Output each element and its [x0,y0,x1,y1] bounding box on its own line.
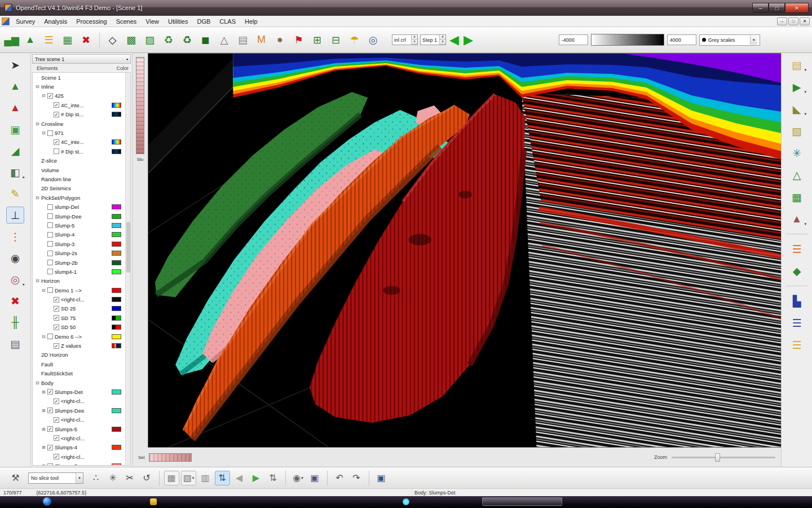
maximize-button[interactable]: □ [769,3,785,13]
expander-icon[interactable]: ⊟ [42,334,47,339]
view-north-icon[interactable]: ✳ [788,144,806,161]
wells-manager-icon[interactable]: ● [272,32,289,49]
home-position-icon[interactable]: ▦ [788,189,806,205]
menu-item-view[interactable]: View [141,17,164,26]
crossline-display-icon[interactable]: ▲ [6,99,24,116]
checkbox[interactable]: ✓ [54,454,59,459]
cut-selection-icon[interactable]: ✂ [122,471,138,485]
tree-item[interactable]: ✓# Dip st... [33,110,130,119]
taskbar-window-button[interactable] [482,497,562,506]
color-column-icon[interactable]: ⋮ [6,228,24,245]
add-inline-icon[interactable]: ▩ [123,32,140,49]
tree-item[interactable]: ✓SD 75 [33,313,130,322]
color-swatch[interactable] [112,242,121,247]
tree-item[interactable]: ✓4C_inte... [33,138,130,147]
redisplay-icon[interactable]: ♻ [160,32,177,49]
color-swatch[interactable] [112,445,121,450]
tree-item[interactable]: Slump-5 [33,221,130,230]
color-swatch[interactable] [112,306,121,311]
checkbox[interactable]: ✓ [54,102,59,108]
tree-item[interactable]: Z-slice [33,156,130,165]
checkbox[interactable]: ✓ [47,426,53,432]
start-button[interactable] [43,497,51,506]
tree-item[interactable]: Slump-4 [33,230,130,239]
previous-slice-icon[interactable]: ◀ [449,34,459,46]
next-slice-icon[interactable]: ▶ [464,34,473,46]
tree-item[interactable]: ⊟Demo 6 --> [33,332,130,341]
color-swatch[interactable] [112,214,121,219]
tree-item[interactable]: ⊟PickSet/Polygon [33,193,130,202]
menu-item-utilities[interactable]: Utilities [164,17,192,26]
checkbox[interactable] [47,222,53,228]
tree-item[interactable]: 2D Horizon [33,351,130,360]
position-combobox[interactable]: inl crl ▲▼ [392,34,418,45]
checkbox[interactable]: ✓ [47,445,53,450]
color-swatch[interactable] [112,103,121,108]
seed-pick-icon[interactable]: ∴ [89,471,104,485]
tree-item[interactable]: ✓SD 50 [33,323,130,332]
tree-item[interactable]: FaultStickSet [33,369,130,378]
color-swatch[interactable] [112,343,121,348]
tree-item[interactable]: Scene 1 [33,73,130,82]
expander-icon[interactable]: ⊞ [42,408,47,413]
mdi-close-button[interactable]: ✕ [800,17,810,25]
pointer-tool-icon[interactable]: ➤ [6,56,24,73]
tree-item[interactable]: ⊟Horizon [33,277,130,286]
tree-item[interactable]: ⊞✓Slumps-Dee [33,406,130,415]
expander-icon[interactable]: ⊟ [36,380,41,386]
tree-item[interactable]: slump-Det [33,202,130,211]
expander-icon[interactable]: ⊞ [42,389,47,395]
color-swatch[interactable] [112,204,121,209]
color-swatch[interactable] [112,408,121,413]
menu-item-clas[interactable]: CLAS [215,17,240,26]
taskbar-icon-yellow[interactable] [150,498,157,505]
checkbox[interactable] [47,251,53,256]
minimize-button[interactable]: – [752,3,769,13]
polygon-edit-icon[interactable]: ◉▾ [290,471,306,485]
checkbox[interactable] [47,130,53,136]
checkbox[interactable]: ✓ [54,139,59,145]
stripes-blue-icon[interactable]: ☰ [788,314,806,331]
tree-item[interactable]: ✓Z values [33,341,130,350]
tree-item[interactable]: Fault [33,360,130,369]
tree-item[interactable]: ⊟971 [33,128,130,137]
color-swatch[interactable] [112,251,121,256]
color-swatch[interactable] [112,427,121,432]
menu-item-scenes[interactable]: Scenes [112,17,142,26]
tree-item[interactable]: ✓<right-cl... [33,397,130,406]
checkbox[interactable]: ✓ [47,463,53,466]
redisplay-all-icon[interactable]: ♻ [179,32,196,49]
color-swatch[interactable] [112,223,121,228]
tree-item[interactable]: ⊞✓Slumps-5 [33,424,130,433]
tree-item[interactable]: # Dip st... [33,147,130,156]
tree-item[interactable]: ⊞✓Slumps-3 [33,461,130,466]
colortable-gradient[interactable] [591,34,664,46]
tree-item[interactable]: ⊞✓Slumps-4 [33,443,130,452]
color-swatch[interactable] [112,232,121,237]
pickset-icon[interactable]: ⚑ [290,32,307,49]
view-zslice-icon[interactable]: ▧ [788,122,806,139]
rotate-link-icon[interactable]: ↺ [139,471,155,485]
view-north-z-icon[interactable]: △ [788,167,806,183]
checkbox[interactable] [54,148,59,154]
inline-display-icon[interactable]: ▲ [6,78,24,95]
tree-item[interactable]: Random line [33,174,130,183]
expander-icon[interactable]: ⊟ [36,84,41,89]
color-swatch[interactable] [112,334,121,339]
volume-wedge-icon[interactable]: ◢ [6,142,24,159]
tree-item[interactable]: ✓<right-cl... [33,295,130,304]
checkbox[interactable]: ✓ [54,417,59,423]
colortable-max-field[interactable]: 4000 [667,34,696,45]
tree-item[interactable]: ⊞✓Slumps-Det [33,387,130,396]
tree-item[interactable]: ✓<right-cl... [33,452,130,461]
view-all-icon[interactable]: ▤▾ [788,56,806,73]
scrollbar-thumb[interactable] [126,222,130,273]
view-mode-icon[interactable]: ◎▸ [6,271,24,288]
position-spinner[interactable]: ▲▼ [411,35,417,45]
color-swatch[interactable] [112,316,121,321]
prev-element-icon[interactable]: ◀ [232,471,247,485]
tree-tool-icon[interactable]: ✳ [105,471,121,485]
histogram-blue-icon[interactable]: ▙ [788,292,806,309]
expander-icon[interactable]: ⊞ [42,427,47,432]
add-crossline-icon[interactable]: ▨ [142,32,158,49]
